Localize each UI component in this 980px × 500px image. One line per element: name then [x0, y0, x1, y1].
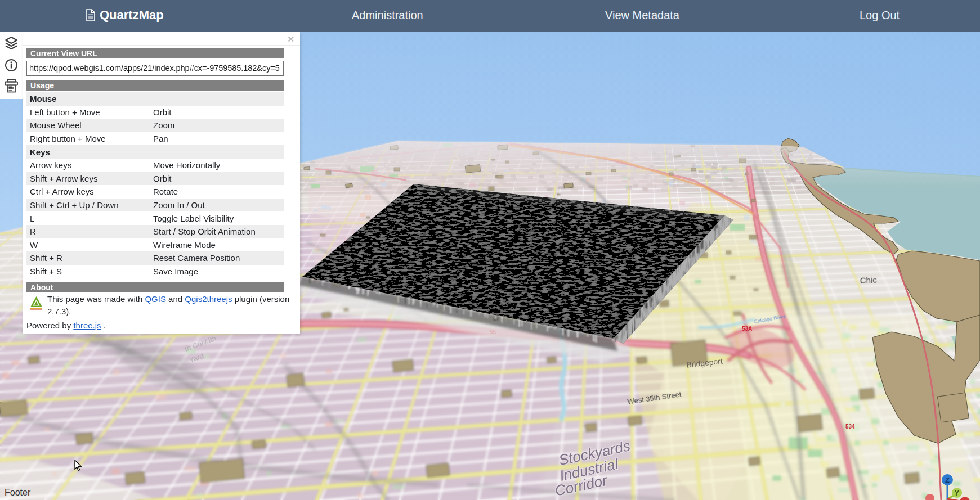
svg-text:Chic: Chic — [860, 274, 877, 285]
svg-text:534: 534 — [845, 424, 855, 430]
svg-text:Y: Y — [955, 489, 959, 497]
svg-text:53A: 53A — [742, 326, 752, 332]
svg-text:Z: Z — [945, 476, 950, 484]
